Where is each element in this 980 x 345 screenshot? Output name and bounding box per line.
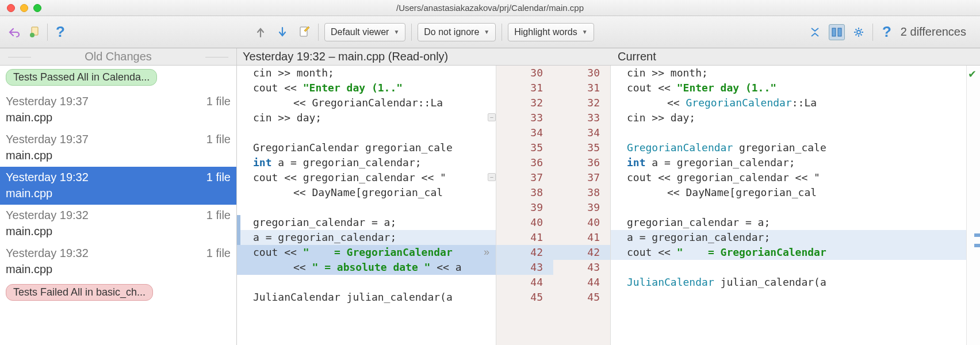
change-filecount: 1 file [206, 169, 231, 185]
change-item[interactable]: Yesterday 19:371 file main.cpp [0, 129, 236, 167]
next-diff-button[interactable] [274, 24, 290, 40]
toolbar: ? Default viewer▼ Do not ignore▼ Highlig… [0, 16, 980, 48]
change-filename: main.cpp [6, 223, 231, 239]
change-item[interactable]: Yesterday 19:371 file main.cpp [0, 91, 236, 129]
change-time: Yesterday 19:32 [6, 207, 89, 223]
line-number: 33 [496, 110, 553, 125]
code-line: << DayName[gregorian_cal [611, 185, 966, 200]
code-line-diff: << " = absolute date " << a [237, 260, 496, 275]
svg-point-5 [857, 30, 860, 34]
changes-sidebar: Tests Passed All in Calenda... Yesterday… [0, 66, 237, 345]
left-code-pane[interactable]: cin >> month; cout << "Enter day (1.." <… [237, 66, 496, 345]
line-number: 36 [496, 155, 553, 170]
line-number: 35 [553, 140, 610, 155]
line-number: 38 [553, 185, 610, 200]
code-line: << DayName[gregorian_cal [237, 185, 496, 200]
titlebar: /Users/anastasiakazakova/prj/Calendar/ma… [0, 0, 980, 16]
code-line: int a = gregorian_calendar; [611, 155, 966, 170]
line-number: 45 [553, 290, 610, 305]
code-line: JulianCalendar julian_calendar(a [611, 275, 966, 290]
diff-area: cin >> month; cout << "Enter day (1.." <… [237, 66, 980, 345]
ignore-mode-select[interactable]: Do not ignore▼ [418, 23, 496, 41]
viewer-mode-label: Default viewer [331, 27, 389, 37]
line-gutter: 30 31 32 33 34 35 36 37 38 39 40 41 42 4… [496, 66, 611, 345]
code-line: cout << gregorian_calendar << " – [237, 170, 496, 185]
change-item[interactable]: Yesterday 19:321 file main.cpp [0, 205, 236, 243]
line-number: 32 [553, 95, 610, 110]
line-number: 39 [496, 200, 553, 215]
change-time: Yesterday 19:32 [6, 245, 89, 261]
line-number: 38 [496, 185, 553, 200]
collapse-unchanged-button[interactable] [807, 24, 823, 40]
line-number: 36 [553, 155, 610, 170]
code-line-diff: cout << " = GregorianCalendar [237, 245, 496, 260]
code-line [611, 290, 966, 305]
line-number: 33 [553, 110, 610, 125]
change-filecount: 1 file [206, 131, 231, 147]
line-number: 30 [553, 66, 610, 80]
diff-marker[interactable] [974, 233, 980, 237]
prev-diff-button[interactable] [252, 24, 269, 40]
error-stripe[interactable]: ✔ [966, 66, 980, 345]
line-number: 39 [553, 200, 610, 215]
change-filecount: 1 file [206, 245, 231, 261]
subheader: Old Changes Yesterday 19:32 – main.cpp (… [0, 48, 980, 66]
line-number: 42 [553, 245, 610, 260]
separator [872, 24, 873, 41]
svg-rect-3 [832, 28, 836, 36]
viewer-mode-select[interactable]: Default viewer▼ [324, 23, 405, 41]
tests-failed-badge[interactable]: Tests Failed All in basic_ch... [6, 284, 153, 301]
fold-handle[interactable]: – [488, 113, 496, 121]
edit-source-button[interactable] [296, 24, 312, 40]
code-line: cin >> month; [237, 66, 496, 80]
code-line: GregorianCalendar gregorian_cale [611, 140, 966, 155]
right-pane-title: Current [612, 48, 980, 65]
ignore-mode-label: Do not ignore [424, 27, 479, 37]
code-line: gregorian_calendar = a; [611, 215, 966, 230]
right-code-pane[interactable]: cin >> month; cout << "Enter day (1.." <… [611, 66, 966, 345]
gutter-right-col: 30 31 32 33 34 35 36 37 38 39 40 41 42 4… [553, 66, 610, 345]
code-line-diff: cout << " = GregorianCalendar [611, 245, 966, 260]
code-line: GregorianCalendar gregorian_cale [237, 140, 496, 155]
code-line: a = gregorian_calendar; [611, 230, 966, 245]
sync-scroll-button[interactable] [829, 24, 845, 40]
file-status-button[interactable] [26, 24, 43, 40]
change-filename: main.cpp [6, 261, 231, 277]
line-number: 43 [553, 260, 610, 275]
code-line [611, 200, 966, 215]
help-button-2[interactable]: ? [879, 24, 895, 40]
change-filename: main.cpp [6, 185, 231, 201]
settings-button[interactable] [851, 24, 867, 40]
apply-diff-button[interactable]: » [484, 246, 489, 258]
main-area: Tests Passed All in Calenda... Yesterday… [0, 66, 980, 345]
highlight-mode-select[interactable]: Highlight words▼ [508, 23, 594, 41]
fold-handle[interactable]: – [488, 173, 496, 181]
change-filecount: 1 file [206, 93, 231, 109]
line-number: 31 [553, 80, 610, 95]
tests-passed-badge[interactable]: Tests Passed All in Calenda... [6, 69, 157, 86]
code-line [237, 275, 496, 290]
line-number: 35 [496, 140, 553, 155]
separator [411, 24, 412, 41]
line-number: 45 [496, 290, 553, 305]
code-line: << GregorianCalendar::La [611, 95, 966, 110]
sidebar-header: Old Changes [0, 48, 237, 65]
code-line [611, 125, 966, 140]
undo-button[interactable] [6, 24, 22, 40]
diff-marker[interactable] [974, 244, 980, 247]
line-number: 43 [496, 260, 553, 275]
change-filename: main.cpp [6, 109, 231, 125]
svg-rect-4 [838, 28, 841, 36]
line-number: 30 [496, 66, 553, 80]
separator [318, 24, 319, 41]
change-time: Yesterday 19:37 [6, 93, 89, 109]
highlight-mode-label: Highlight words [514, 27, 577, 37]
help-button[interactable]: ? [52, 24, 68, 40]
change-item[interactable]: Yesterday 19:321 file main.cpp [0, 243, 236, 281]
change-item-selected[interactable]: Yesterday 19:321 file main.cpp [0, 167, 236, 205]
chevron-down-icon: ▼ [393, 29, 399, 35]
line-number: 42 [496, 245, 553, 260]
separator [502, 24, 502, 41]
code-line: cout << "Enter day (1.." [611, 80, 966, 95]
separator [47, 24, 48, 41]
